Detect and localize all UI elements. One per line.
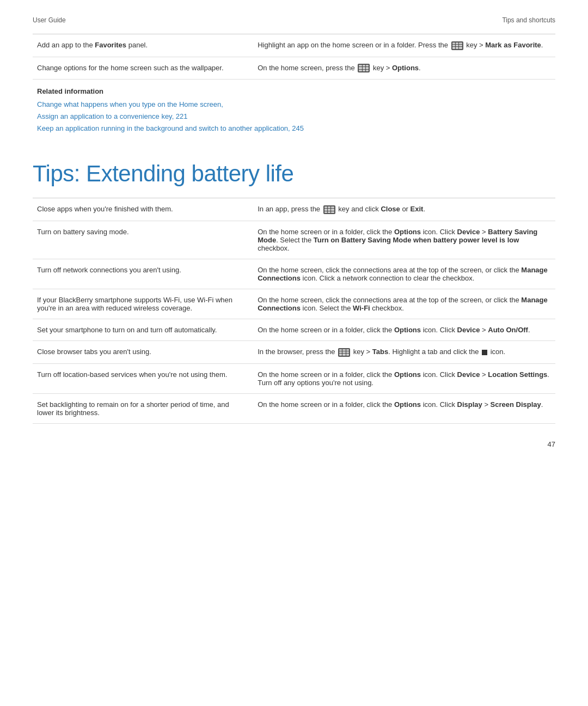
favorites-table: Add an app to the Favorites panel. Highl… xyxy=(33,34,555,80)
page-number: 47 xyxy=(548,440,555,448)
table-cell-right: On the home screen or in a folder, click… xyxy=(252,221,555,259)
menu-key-icon xyxy=(323,205,335,214)
menu-key-icon xyxy=(451,41,463,50)
section-title: Tips: Extending battery life xyxy=(33,161,555,187)
page-footer: 47 xyxy=(33,440,555,448)
header-left: User Guide xyxy=(33,16,66,24)
related-link-3[interactable]: Keep an application running in the backg… xyxy=(37,123,551,135)
table-cell-right: On the home screen or in a folder, click… xyxy=(252,363,555,393)
table-cell-left: Close apps when you're finished with the… xyxy=(33,198,252,221)
table-cell-right: On the home screen, click the connection… xyxy=(252,259,555,289)
table-cell-right: Highlight an app on the home screen or i… xyxy=(252,34,555,57)
table-cell-right: On the home screen or in a folder, click… xyxy=(252,393,555,423)
battery-table: Close apps when you're finished with the… xyxy=(33,198,555,423)
table-cell-right: In the browser, press the key > Tabs. Hi… xyxy=(252,340,555,363)
table-cell-left: Add an app to the Favorites panel. xyxy=(33,34,252,57)
table-cell-right: On the home screen, click the connection… xyxy=(252,289,555,319)
table-cell-right: On the home screen, press the key > Opti… xyxy=(252,57,555,80)
square-icon xyxy=(482,350,487,355)
table-cell-left: Set your smartphone to turn on and turn … xyxy=(33,319,252,340)
table-row: If your BlackBerry smartphone supports W… xyxy=(33,289,555,319)
table-cell-left: Turn off location-based services when yo… xyxy=(33,363,252,393)
table-row: Close apps when you're finished with the… xyxy=(33,198,555,221)
table-row: Add an app to the Favorites panel. Highl… xyxy=(33,34,555,57)
related-info: Related information Change what happens … xyxy=(33,80,555,139)
table-cell-left: Close browser tabs you aren't using. xyxy=(33,340,252,363)
related-link-2[interactable]: Assign an application to a convenience k… xyxy=(37,111,551,123)
related-info-title: Related information xyxy=(37,87,551,95)
table-cell-left: Set backlighting to remain on for a shor… xyxy=(33,393,252,423)
table-row: Turn on battery saving mode. On the home… xyxy=(33,221,555,259)
menu-key-icon xyxy=(358,64,370,72)
table-cell-right: On the home screen or in a folder, click… xyxy=(252,319,555,340)
table-cell-right: In an app, press the key and click Close… xyxy=(252,198,555,221)
table-row: Turn off location-based services when yo… xyxy=(33,363,555,393)
page-header: User Guide Tips and shortcuts xyxy=(33,16,555,24)
menu-key-icon xyxy=(338,348,350,357)
table-cell-left: Change options for the home screen such … xyxy=(33,57,252,80)
table-row: Change options for the home screen such … xyxy=(33,57,555,80)
table-cell-left: Turn on battery saving mode. xyxy=(33,221,252,259)
table-row: Set your smartphone to turn on and turn … xyxy=(33,319,555,340)
related-link-1[interactable]: Change what happens when you type on the… xyxy=(37,99,551,111)
table-cell-left: If your BlackBerry smartphone supports W… xyxy=(33,289,252,319)
table-row: Set backlighting to remain on for a shor… xyxy=(33,393,555,423)
table-row: Close browser tabs you aren't using. In … xyxy=(33,340,555,363)
header-right: Tips and shortcuts xyxy=(502,16,555,24)
table-cell-left: Turn off network connections you aren't … xyxy=(33,259,252,289)
table-row: Turn off network connections you aren't … xyxy=(33,259,555,289)
